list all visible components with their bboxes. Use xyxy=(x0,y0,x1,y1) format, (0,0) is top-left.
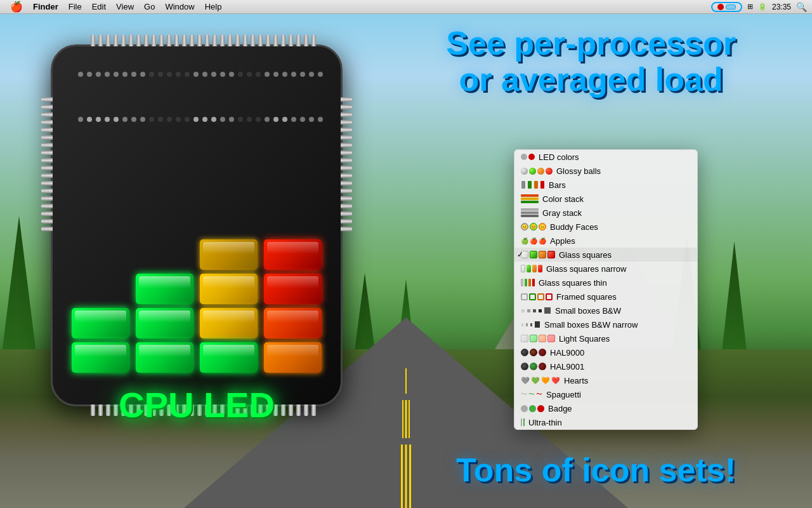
icon-bw-narrow-3 xyxy=(530,323,532,326)
icon-glass-thin-red xyxy=(532,279,535,286)
menu-item-hal9001[interactable]: HAL9001 xyxy=(514,359,697,373)
menu-label-led-colors: LED colors xyxy=(539,152,579,162)
icon-light-sq-gray xyxy=(521,335,528,342)
wifi-icon xyxy=(726,4,736,10)
file-menu[interactable]: File xyxy=(63,2,87,11)
menubar-right: ⊞ 🔋 23:35 🔍 xyxy=(711,2,807,12)
menu-label-hearts: Hearts xyxy=(564,376,588,385)
icon-gray-stack-2 xyxy=(521,211,539,214)
menu-label-spaguetti: Spaguetti xyxy=(546,390,581,399)
menu-item-apples[interactable]: 🍏 🍎 🍎 Apples xyxy=(514,234,697,248)
headline-line2: or averaged load xyxy=(459,61,723,98)
icon-light-sq-orange xyxy=(539,335,546,342)
icon-bw-narrow-2 xyxy=(526,323,528,326)
menu-item-bars[interactable]: Bars xyxy=(514,178,697,192)
menu-item-spaguetti[interactable]: 〜 〜 〜 Spaguetti xyxy=(514,387,697,401)
icon-bw-box-large xyxy=(544,307,551,314)
icon-framed-gray xyxy=(521,293,528,300)
led-col-2 xyxy=(136,274,193,373)
icon-bw-box-2 xyxy=(527,309,530,312)
icon-bw-narrow-large xyxy=(535,321,540,328)
led-bars-display xyxy=(65,233,328,379)
menu-item-color-stack[interactable]: Color stack xyxy=(514,192,697,206)
menu-label-small-boxes-bw-narrow: Small boxes B&W narrow xyxy=(544,320,638,330)
led-col-3 xyxy=(200,239,258,373)
menu-label-hal9000: HAL9000 xyxy=(550,348,584,358)
menu-label-bars: Bars xyxy=(549,180,566,190)
icon-badge-red xyxy=(537,405,544,412)
edit-menu[interactable]: Edit xyxy=(87,2,111,11)
cpu-led-label: CPU LED xyxy=(119,384,275,425)
go-menu[interactable]: Go xyxy=(139,2,160,11)
help-menu[interactable]: Help xyxy=(200,2,227,11)
headline-area: See per-processor or averaged load xyxy=(446,25,736,98)
bottom-headline-text: Tons of icon sets! xyxy=(456,451,736,489)
icon-heart-green: 💚 xyxy=(531,377,540,385)
menu-item-framed-squares[interactable]: Framed squares xyxy=(514,290,697,304)
icon-spag-gray: 〜 xyxy=(521,390,527,399)
menu-item-small-boxes-bw-narrow[interactable]: Small boxes B&W narrow xyxy=(514,318,697,331)
menu-item-buddy-faces[interactable]: 😐 😊 😐 Buddy Faces xyxy=(514,220,697,234)
icon-light-sq-red xyxy=(547,335,555,342)
icon-badge-green xyxy=(529,405,536,412)
menu-label-apples: Apples xyxy=(550,236,575,246)
menu-item-hal9000[interactable]: HAL9000 xyxy=(514,345,697,359)
icon-glass-sq-red xyxy=(547,251,555,258)
menu-item-small-boxes-bw[interactable]: Small boxes B&W xyxy=(514,304,697,318)
cpu-widget: CPU LED xyxy=(19,25,374,438)
menu-label-gray-stack: Gray stack xyxy=(542,208,582,218)
icon-bw-narrow-1 xyxy=(521,323,523,326)
icon-bar-gray xyxy=(521,181,525,189)
icon-gray-stack-1 xyxy=(521,208,539,211)
menu-item-ultra-thin[interactable]: Ultra-thin xyxy=(514,415,697,429)
menu-item-glass-squares[interactable]: Glass squares xyxy=(514,248,697,262)
apple-menu[interactable]: 🍎 xyxy=(5,1,28,13)
menu-label-glass-squares-narrow: Glass squares narrow xyxy=(546,264,626,274)
led-col-1 xyxy=(72,308,129,373)
icon-badge-gray xyxy=(521,405,528,412)
icon-glass-thin-orange xyxy=(528,279,531,286)
icon-gray-dot xyxy=(521,154,527,160)
menu-label-framed-squares: Framed squares xyxy=(556,292,617,302)
icon-hal-1 xyxy=(521,349,528,356)
icon-heart-orange: 🧡 xyxy=(541,377,550,385)
icon-apple-green: 🍎 xyxy=(530,237,537,244)
menu-item-led-colors[interactable]: LED colors xyxy=(514,150,697,164)
menu-item-hearts[interactable]: 🩶 💚 🧡 ❤️ Hearts xyxy=(514,373,697,387)
menu-label-small-boxes-bw: Small boxes B&W xyxy=(555,306,621,316)
menu-item-glass-squares-narrow[interactable]: Glass squares narrow xyxy=(514,262,697,276)
menu-item-gray-stack[interactable]: Gray stack xyxy=(514,206,697,220)
cpu-chip xyxy=(51,44,343,406)
menu-label-glossy-balls: Glossy balls xyxy=(556,166,601,176)
icon-spag-green: 〜 xyxy=(528,390,535,399)
icon-framed-green xyxy=(529,293,536,300)
icon-glass-sq-orange xyxy=(539,251,546,258)
icon-face-gray: 😐 xyxy=(521,223,528,231)
menubar-extra-icon: ⊞ xyxy=(747,3,753,11)
icon-glass-sq-gray xyxy=(521,251,528,258)
menubar: 🍎 Finder File Edit View Go Window Help ⊞… xyxy=(0,0,812,14)
icon-apple-gray: 🍏 xyxy=(521,237,528,244)
icon-gray-stack-3 xyxy=(521,215,539,217)
icon-glass-thin-gray xyxy=(521,279,523,286)
menu-item-badge[interactable]: Badge xyxy=(514,401,697,415)
window-menu[interactable]: Window xyxy=(160,2,199,11)
icon-ball-green xyxy=(529,168,536,175)
menu-label-light-squares: Light Squares xyxy=(559,334,610,344)
search-icon[interactable]: 🔍 xyxy=(796,2,807,12)
menu-label-buddy-faces: Buddy Faces xyxy=(550,222,598,232)
view-menu[interactable]: View xyxy=(111,2,139,11)
menu-item-glass-squares-thin[interactable]: Glass squares thin xyxy=(514,276,697,290)
icon-hal2-3 xyxy=(539,363,546,370)
menu-item-light-squares[interactable]: Light Squares xyxy=(514,331,697,345)
icon-glass-narrow-red xyxy=(538,265,542,272)
cpu-pins-top xyxy=(91,35,316,46)
finder-menu[interactable]: Finder xyxy=(28,2,63,11)
menu-item-glossy-balls[interactable]: Glossy balls xyxy=(514,164,697,178)
icon-ultra-green xyxy=(523,418,525,426)
icon-glass-narrow-gray xyxy=(521,265,525,272)
icon-ball-gray xyxy=(521,168,528,175)
cpu-pins-left xyxy=(41,97,53,231)
menu-label-hal9001: HAL9001 xyxy=(550,362,584,371)
icon-set-dropdown: LED colors Glossy balls Bars Color stack xyxy=(514,149,698,430)
